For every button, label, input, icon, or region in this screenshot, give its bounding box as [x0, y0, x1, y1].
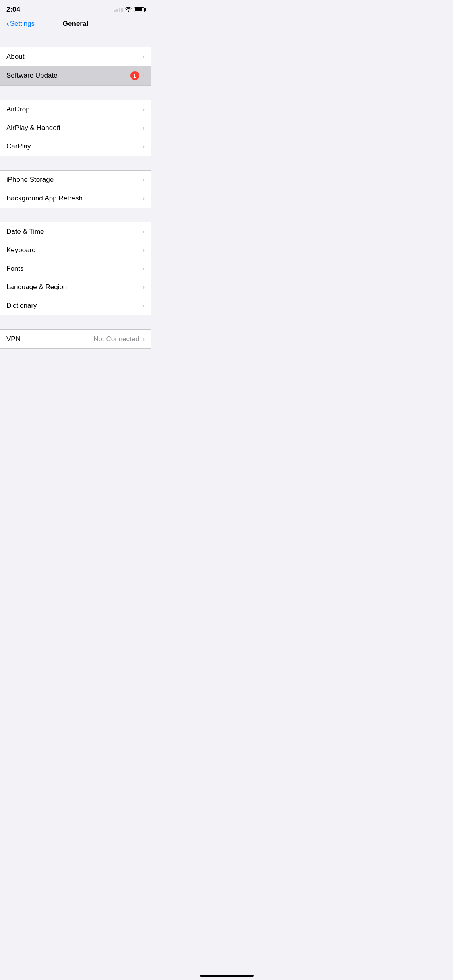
chevron-date-time: › [143, 228, 145, 235]
chevron-language-region: › [143, 284, 145, 291]
label-airdrop: AirDrop [6, 105, 143, 113]
status-icons [114, 6, 145, 13]
signal-icon [114, 8, 123, 12]
right-language-region: › [143, 284, 145, 291]
list-item-date-time[interactable]: Date & Time› [0, 222, 151, 241]
list-item-software-update[interactable]: Software Update1› [0, 66, 151, 85]
badge-software-update: 1 [130, 71, 139, 80]
list-item-airplay-handoff[interactable]: AirPlay & Handoff› [0, 119, 151, 137]
label-carplay: CarPlay [6, 142, 143, 150]
section-gap-4 [0, 208, 151, 222]
label-airplay-handoff: AirPlay & Handoff [6, 124, 143, 132]
section-gap-2 [0, 86, 151, 100]
right-airdrop: › [143, 106, 145, 113]
right-software-update: 1› [130, 71, 145, 80]
list-item-background-app-refresh[interactable]: Background App Refresh› [0, 189, 151, 208]
list-item-carplay[interactable]: CarPlay› [0, 137, 151, 156]
section-4: Date & Time›Keyboard›Fonts›Language & Re… [0, 222, 151, 315]
list-item-keyboard[interactable]: Keyboard› [0, 241, 151, 259]
vpn-label: VPN [6, 335, 93, 343]
label-fonts: Fonts [6, 265, 143, 273]
right-fonts: › [143, 265, 145, 272]
vpn-item[interactable]: VPN Not Connected › [0, 330, 151, 348]
chevron-fonts: › [143, 265, 145, 272]
section-gap-5 [0, 315, 151, 329]
label-keyboard: Keyboard [6, 246, 143, 254]
chevron-airdrop: › [143, 106, 145, 113]
page-title: General [63, 20, 88, 28]
wifi-icon [125, 6, 132, 13]
chevron-iphone-storage: › [143, 176, 145, 183]
chevron-carplay: › [143, 143, 145, 150]
chevron-software-update: › [143, 72, 145, 79]
section-5: VPN Not Connected › [0, 329, 151, 349]
chevron-airplay-handoff: › [143, 124, 145, 132]
list-item-fonts[interactable]: Fonts› [0, 259, 151, 278]
section-gap-1 [0, 33, 151, 47]
list-item-about[interactable]: About› [0, 47, 151, 66]
back-button-label: Settings [10, 20, 35, 28]
right-airplay-handoff: › [143, 124, 145, 132]
section-3: iPhone Storage›Background App Refresh› [0, 170, 151, 208]
right-about: › [143, 53, 145, 60]
right-carplay: › [143, 143, 145, 150]
label-about: About [6, 53, 143, 61]
right-iphone-storage: › [143, 176, 145, 183]
section-2: AirDrop›AirPlay & Handoff›CarPlay› [0, 100, 151, 156]
vpn-right: Not Connected › [93, 335, 145, 343]
back-button[interactable]: ‹ Settings [6, 19, 35, 28]
status-bar: 2:04 [0, 0, 151, 16]
list-item-language-region[interactable]: Language & Region› [0, 278, 151, 296]
chevron-dictionary: › [143, 302, 145, 309]
vpn-value: Not Connected [93, 335, 139, 343]
right-dictionary: › [143, 302, 145, 309]
right-background-app-refresh: › [143, 195, 145, 202]
list-item-iphone-storage[interactable]: iPhone Storage› [0, 171, 151, 189]
label-software-update: Software Update [6, 72, 130, 80]
chevron-background-app-refresh: › [143, 195, 145, 202]
list-item-airdrop[interactable]: AirDrop› [0, 100, 151, 119]
label-language-region: Language & Region [6, 283, 143, 291]
label-date-time: Date & Time [6, 228, 143, 236]
label-dictionary: Dictionary [6, 302, 143, 310]
nav-bar: ‹ Settings General [0, 16, 151, 33]
chevron-keyboard: › [143, 247, 145, 254]
section-gap-3 [0, 156, 151, 170]
section-1: About›Software Update1› [0, 47, 151, 86]
battery-icon [134, 7, 145, 12]
right-date-time: › [143, 228, 145, 235]
list-item-dictionary[interactable]: Dictionary› [0, 296, 151, 315]
right-keyboard: › [143, 247, 145, 254]
chevron-about: › [143, 53, 145, 60]
back-chevron-icon: ‹ [6, 19, 9, 28]
vpn-chevron-icon: › [143, 336, 145, 343]
label-iphone-storage: iPhone Storage [6, 176, 143, 184]
label-background-app-refresh: Background App Refresh [6, 194, 143, 202]
status-time: 2:04 [6, 6, 20, 14]
